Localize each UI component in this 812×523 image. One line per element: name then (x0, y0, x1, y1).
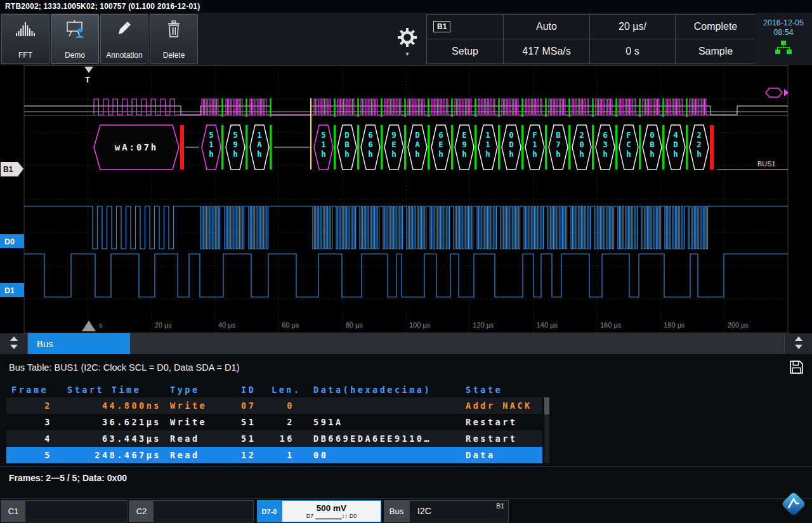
bus-table-cell: 44.800ns (62, 401, 170, 411)
bus-table-col-header: Start Time (62, 385, 170, 395)
bus-frame-label-char: 1 (257, 130, 262, 140)
annotation-button[interactable]: Annotation (100, 14, 148, 64)
delete-button[interactable]: Delete (150, 14, 198, 64)
ack-marker (545, 125, 547, 169)
ack-marker (639, 125, 641, 169)
bus-table-row[interactable]: 336.621µsWrite512591ARestart (6, 414, 542, 430)
channel-c1-label: C1 (1, 501, 25, 522)
ack-marker (475, 125, 477, 169)
bus-frame-label-char: D (415, 130, 420, 140)
bus-frame-label-char: B (650, 140, 655, 149)
bus-table-footer: Frames: 2—5 / 5; Data: 0x00 (9, 473, 127, 483)
waveform-display[interactable]: TwA:07h51h59h1Ah51hDBh66h9EhDAh6EhE9h11h… (0, 65, 812, 333)
bus-frame-label-char: h (556, 149, 561, 159)
bus-frame-label-char: 0 (509, 130, 514, 140)
acquisition-mode-cell[interactable]: Sample (676, 39, 756, 63)
tab-bar-scroll-control-left[interactable] (0, 333, 28, 354)
ack-marker (451, 125, 454, 169)
title-bar: RTB2002; 1333.1005K02; 100757 (01.100 20… (0, 0, 812, 13)
ack-marker (686, 125, 688, 169)
bus-table-scrollbar[interactable] (544, 397, 549, 463)
rohde-schwarz-logo (778, 488, 809, 522)
bus-table-title: Bus Table: BUS1 (I2C: Clock SCL = D0, Da… (9, 354, 239, 381)
bus-table-col-header: Data(hexadecima) (313, 385, 466, 395)
bus-frame-label-char: B (556, 130, 561, 140)
horizontal-position-cell[interactable]: 0 s (590, 39, 675, 63)
bus-source-cell[interactable]: B1 (427, 15, 503, 39)
bus-protocol: I2C (417, 501, 431, 522)
channel-c1-box[interactable]: C1 (1, 500, 128, 522)
bus-frame-label-char: 4 (673, 130, 678, 140)
demo-button[interactable]: Demo (51, 14, 99, 64)
bus-frame-label-char: 1 (209, 140, 214, 149)
trigger-mode-cell[interactable]: Auto (504, 15, 589, 39)
ack-marker (592, 125, 594, 169)
bus-name-label: BUS1 (757, 160, 776, 168)
bus-table-col-header: ID (241, 385, 272, 395)
ack-marker (615, 125, 618, 169)
time-axis-label: 80 µs (346, 321, 363, 329)
bus-frame-label-char: h (438, 149, 443, 159)
tab-bar-scroll-control-right[interactable] (784, 333, 812, 354)
bus-frame-label-char: C (626, 140, 631, 149)
digital-bit-pattern: ▁▁▁▁▁▁↕↕ (315, 513, 348, 519)
bus-channel-box[interactable]: I2C B1 (409, 500, 509, 522)
bus-table-cell: 2 (272, 417, 313, 427)
digital-channels-box[interactable]: 500 mV D7 ▁▁▁▁▁▁↕↕ D0 (282, 500, 381, 522)
acquisition-state-cell[interactable]: Complete (676, 15, 756, 39)
channel-c2-box[interactable]: C2 (129, 500, 254, 522)
bus-frame-label-char: h (626, 149, 631, 159)
svg-text:D0: D0 (4, 237, 15, 246)
digital-channels-label[interactable]: D7-0 (257, 500, 282, 522)
bus-table-cell: 3 (6, 417, 62, 427)
settings-gear-button[interactable]: ▾ (396, 28, 419, 63)
bus-table-cell: 63.443µs (62, 434, 170, 444)
bus-frame-label-char: D (509, 140, 514, 149)
waveform-plot: TwA:07h51h59h1Ah51hDBh66h9EhDAh6EhE9h11h… (0, 65, 812, 333)
bus-table-cell: Data (466, 450, 542, 460)
bus-frame-label-char: 6 (438, 130, 443, 140)
tab-bus[interactable]: Bus (28, 333, 130, 354)
bus-channel-label[interactable]: Bus (384, 500, 409, 522)
bus-frame-label-char: 1 (532, 140, 537, 149)
ack-marker (521, 125, 524, 169)
fft-spectrum-icon (2, 20, 49, 39)
bus-frame-label-char: 2 (579, 130, 584, 140)
bus-table-cell: 00 (313, 450, 466, 460)
bus-frame-label-char: h (209, 149, 214, 159)
bus-frame-label-char: 7 (556, 140, 561, 149)
bus-table-cell: Read (170, 450, 241, 460)
bus-table-row[interactable]: 5248.467µsRead12100Data (6, 447, 542, 463)
up-down-arrows-icon (794, 335, 804, 353)
ack-marker (428, 125, 430, 169)
ack-marker (662, 125, 665, 169)
nack-marker (180, 125, 184, 169)
channel-bar: C1 C2 D7-0 500 mV D7 ▁▁▁▁▁▁↕↕ D0 Bus I2C… (0, 498, 812, 523)
bus-table-row[interactable]: 244.800nsWrite070Addr NACK (6, 397, 542, 414)
fft-button[interactable]: FFT (1, 14, 49, 64)
bus-assigned-label: B1 (496, 502, 504, 510)
bus-frame-label-char: h (415, 149, 420, 159)
timebase-cell[interactable]: 20 µs/ (590, 15, 675, 39)
bus-table-cell: 2 (6, 401, 62, 411)
ack-marker (568, 125, 571, 169)
fft-button-label: FFT (2, 51, 49, 60)
save-disk-icon (789, 366, 804, 377)
bus-table-cell: 0 (272, 401, 313, 411)
bus-table-row[interactable]: 463.443µsRead5116DB669EDA6EE9110…Restart (6, 430, 542, 447)
time-axis-label: 140 µs (537, 321, 558, 329)
save-table-button[interactable] (789, 359, 804, 378)
bus-frame-label-char: A (415, 140, 420, 149)
setup-cell[interactable]: Setup (427, 39, 503, 63)
ack-marker (334, 125, 336, 169)
bus-table-cell: 16 (272, 434, 313, 444)
bus-table-cell: 12 (241, 450, 272, 460)
sample-rate-cell[interactable]: 417 MSa/s (504, 39, 589, 63)
bus-frame-label-char: h (532, 149, 537, 159)
bus-frame-label-char: E (391, 140, 396, 149)
footer-divider (0, 466, 812, 467)
scrollbar-handle[interactable] (544, 397, 549, 414)
time-axis-label: 60 µs (282, 321, 299, 329)
bus-frame-label-char: 0 (579, 140, 584, 149)
digital-range-left: D7 (306, 513, 314, 519)
